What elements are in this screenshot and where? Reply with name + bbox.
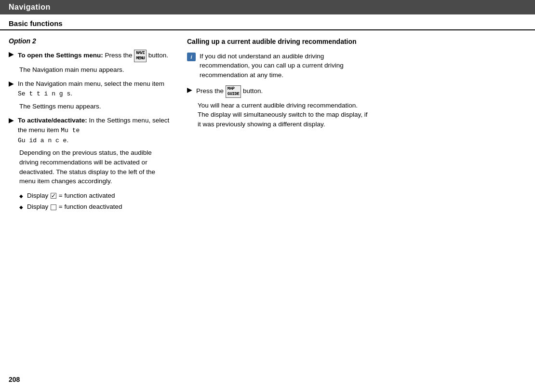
instruction-text: Press the MAPGUIDE button.: [196, 85, 263, 98]
right-section-heading: Calling up a current audible driving rec…: [187, 37, 370, 47]
result-text: You will hear a current audible driving …: [198, 101, 370, 129]
instruction-text: To open the Settings menu: Press the NAV…: [18, 50, 168, 62]
instruction-text: In the Navigation main menu, select the …: [18, 79, 173, 98]
list-item: ◆ Display = function activated: [19, 191, 173, 201]
list-item: ▶ Press the MAPGUIDE button.: [187, 85, 370, 98]
page-header: Navigation: [0, 0, 535, 14]
page-number: 208: [9, 376, 20, 383]
list-item: ◆ Display = function deactivated: [19, 202, 173, 212]
list-item: ▶ To activate/deactivate: In the Setting…: [9, 116, 173, 145]
list-item: ▶ To open the Settings menu: Press the N…: [9, 50, 173, 62]
arrow-icon: ▶: [9, 50, 14, 58]
bullet-icon: ◆: [19, 204, 23, 211]
arrow-icon: ▶: [9, 80, 14, 87]
arrow-icon: ▶: [187, 86, 192, 94]
info-icon: i: [187, 53, 196, 61]
right-column: Calling up a current audible driving rec…: [187, 37, 370, 214]
bullet-icon: ◆: [19, 193, 23, 200]
section-title: Basic functions: [0, 14, 535, 30]
instruction-text: To activate/deactivate: In the Settings …: [18, 116, 173, 145]
bullet-text: Display = function activated: [27, 191, 115, 201]
arrow-icon: ▶: [9, 116, 14, 124]
result-text: The Settings menu appears.: [19, 102, 173, 111]
result-text: Depending on the previous status, the au…: [19, 148, 173, 186]
info-text: If you did not understand an audible dri…: [200, 52, 370, 80]
left-column: Option 2 ▶ To open the Settings menu: Pr…: [9, 37, 173, 214]
result-text: The Navigation main menu appears.: [19, 65, 173, 75]
main-content: Option 2 ▶ To open the Settings menu: Pr…: [0, 30, 535, 214]
page-container: Navigation Basic functions Option 2 ▶ To…: [0, 0, 535, 392]
bullet-text: Display = function deactivated: [27, 202, 122, 212]
header-title: Navigation: [9, 3, 51, 11]
info-box: i If you did not understand an audible d…: [187, 52, 370, 80]
option-label: Option 2: [9, 37, 173, 45]
list-item: ▶ In the Navigation main menu, select th…: [9, 79, 173, 98]
